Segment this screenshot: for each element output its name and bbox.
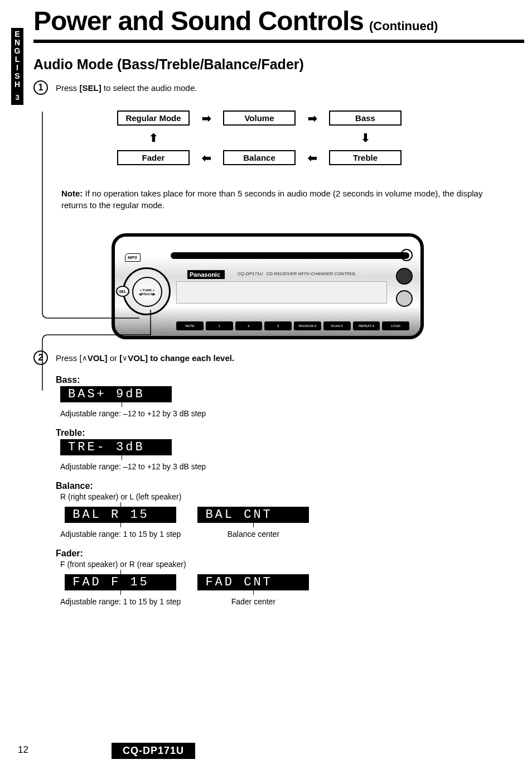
main-knob: < TUNE > ◀TRACK▶ <box>123 267 171 315</box>
right-knob-2 <box>396 290 413 307</box>
device-btn: 3 <box>264 321 292 330</box>
step-2-marker: 2 <box>33 350 48 365</box>
step-2-text: Press [∧VOL] or [∨VOL] to change each le… <box>56 353 234 363</box>
device-illustration: MP3 Panasonic CQ-DP171U CD RECEIVER WITH… <box>112 233 424 339</box>
fader-label: Fader: <box>56 549 524 559</box>
indicator-tick <box>120 523 121 527</box>
fader-col-1: FAD F 15 Adjustable range: 1 to 15 by 1 … <box>60 570 181 606</box>
arrow-up-icon: ⬆ <box>149 131 158 145</box>
arrow-left-icon: ⬅ <box>308 151 317 165</box>
flow-volume: Volume <box>223 110 296 126</box>
balance-section: Balance: R (right speaker) or L (left sp… <box>56 481 524 539</box>
right-knob <box>396 268 413 285</box>
fader-range: Adjustable range: 1 to 15 by 1 step <box>60 597 181 606</box>
balance-range: Adjustable range: 1 to 15 by 1 step <box>60 530 181 539</box>
fader-display-1: FAD F 15 <box>65 574 176 590</box>
device-brand: Panasonic <box>187 270 225 279</box>
treble-section: Treble: TRE- 3dB Adjustable range: –12 t… <box>56 428 524 471</box>
step-1-text: Press [SEL] to select the audio mode. <box>56 83 197 93</box>
arrow-down-icon: ⬇ <box>361 131 370 145</box>
note-label: Note: <box>61 189 83 198</box>
indicator-tick <box>120 590 121 595</box>
indicator-tick <box>122 455 122 460</box>
up-caret-icon: ∧ <box>82 354 88 362</box>
balance-sub: R (right speaker) or L (left speaker) <box>60 492 524 501</box>
bass-display: BAS+ 9dB <box>60 386 172 402</box>
indicator-tick <box>120 502 121 507</box>
balance-col-2: BAL CNT Balance center <box>197 502 309 539</box>
flow-treble: Treble <box>329 150 402 165</box>
device-button-row: MUTE 1 2 3 RANDOM 4 SCAN 5 REPEAT 6 LOUD <box>176 321 409 330</box>
device-btn: 2 <box>235 321 263 330</box>
fader-center: Fader center <box>231 597 275 606</box>
page-title: Power and Sound Controls <box>33 6 364 36</box>
flow-balance: Balance <box>223 150 296 165</box>
note-block: Note: If no operation takes place for mo… <box>61 188 507 211</box>
cd-slot <box>171 252 409 259</box>
balance-display-1: BAL R 15 <box>65 507 176 523</box>
balance-col-1: BAL R 15 Adjustable range: 1 to 15 by 1 … <box>60 502 181 539</box>
step-2: 2 Press [∧VOL] or [∨VOL] to change each … <box>33 350 524 365</box>
flow-bass: Bass <box>329 110 402 126</box>
language-page: 3 <box>11 93 23 102</box>
fader-col-2: FAD CNT Fader center <box>197 570 309 606</box>
fader-section: Fader: F (front speaker) or R (rear spea… <box>56 549 524 606</box>
treble-display: TRE- 3dB <box>60 439 172 455</box>
section-subtitle: Audio Mode (Bass/Treble/Balance/Fader) <box>33 56 524 73</box>
mp3-badge: MP3 <box>125 253 141 262</box>
title-row: Power and Sound Controls (Continued) <box>33 6 524 36</box>
indicator-tick <box>120 570 121 574</box>
title-continued: (Continued) <box>369 19 438 33</box>
arrow-right-icon: ➡ <box>308 112 317 125</box>
device-btn: LOUD <box>382 321 409 330</box>
eject-button-icon <box>400 249 413 261</box>
footer-model: CQ-DP171U <box>112 743 195 759</box>
treble-label: Treble: <box>56 428 524 438</box>
device-btn: REPEAT 6 <box>353 321 380 330</box>
balance-center: Balance center <box>228 530 279 539</box>
step-1: 1 Press [SEL] to select the audio mode. <box>33 80 524 95</box>
mode-flow-diagram: Regular Mode ➡ Volume ➡ Bass ⬆ ⬇ Fader ⬅… <box>117 110 524 165</box>
sel-button: SEL <box>116 286 129 297</box>
knob-labels: < TUNE > ◀TRACK▶ <box>132 277 162 307</box>
indicator-tick <box>253 523 254 527</box>
arrow-left-icon: ⬅ <box>202 151 211 165</box>
bass-label: Bass: <box>56 375 524 385</box>
balance-label: Balance: <box>56 481 524 491</box>
device-lcd <box>176 281 387 304</box>
fader-display-2: FAD CNT <box>197 574 309 590</box>
device-btn: RANDOM 4 <box>294 321 321 330</box>
flow-fader: Fader <box>117 150 190 165</box>
bass-range: Adjustable range: –12 to +12 by 3 dB ste… <box>60 409 524 418</box>
device-model: CQ-DP171U CD RECEIVER WITH CHANGER CONTR… <box>238 271 356 276</box>
flow-regular: Regular Mode <box>117 110 190 126</box>
language-letters: ENGLISH <box>11 30 23 89</box>
arrow-right-icon: ➡ <box>202 112 211 125</box>
indicator-tick <box>253 590 254 595</box>
page-content: Power and Sound Controls (Continued) Aud… <box>33 6 524 606</box>
page-number: 12 <box>18 744 28 756</box>
indicator-tick <box>122 402 122 407</box>
bass-section: Bass: BAS+ 9dB Adjustable range: –12 to … <box>56 375 524 418</box>
step-1-marker: 1 <box>33 80 48 95</box>
title-rule <box>33 40 524 43</box>
device-btn: MUTE <box>176 321 204 330</box>
down-caret-icon: ∨ <box>122 354 128 362</box>
fader-sub: F (front speaker) or R (rear speaker) <box>60 560 524 569</box>
balance-display-2: BAL CNT <box>197 507 309 523</box>
note-text: If no operation takes place for more tha… <box>61 189 482 210</box>
device-btn: 1 <box>206 321 233 330</box>
device-btn: SCAN 5 <box>323 321 351 330</box>
treble-range: Adjustable range: –12 to +12 by 3 dB ste… <box>60 462 524 471</box>
language-tab: ENGLISH 3 <box>11 28 23 105</box>
